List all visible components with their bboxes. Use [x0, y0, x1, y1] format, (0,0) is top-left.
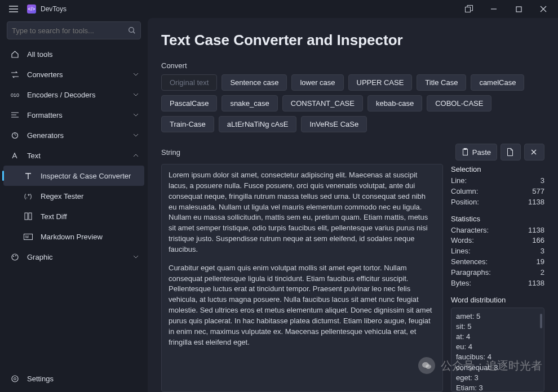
convert-kebab[interactable]: kebab-case: [367, 95, 422, 112]
svg-point-12: [15, 255, 16, 256]
convert-snake[interactable]: snake_case: [222, 95, 277, 112]
paste-button-label: Paste: [472, 148, 491, 157]
sidebar-item-encoders[interactable]: 010 Encoders / Decoders: [0, 84, 148, 105]
sidebar: All tools Converters 010 Encoders / Deco…: [0, 18, 148, 392]
app-logo: </>: [27, 5, 36, 14]
page-title: Text Case Converter and Inspector: [161, 32, 544, 49]
sidebar-item-regex[interactable]: (.*) Regex Tester: [0, 186, 148, 206]
chars-label: Characters:: [451, 225, 489, 236]
scrollbar-thumb[interactable]: [540, 314, 542, 328]
app-title: DevToys: [41, 5, 67, 13]
sidebar-item-diff[interactable]: Text Diff: [0, 206, 148, 226]
open-file-button[interactable]: [501, 144, 521, 161]
sidebar-item-inspector[interactable]: Inspector & Case Converter: [3, 166, 144, 186]
paste-button[interactable]: Paste: [455, 144, 497, 161]
x-icon: [530, 149, 537, 155]
convert-alternating[interactable]: aLtErNaTiNg cAsE: [219, 116, 297, 132]
word-dist-item: Etiam: 3: [456, 383, 539, 392]
sidebar-item-markdown[interactable]: M Markdown Preview: [0, 226, 148, 247]
sidebar-item-generators[interactable]: Generators: [0, 125, 148, 145]
svg-rect-6: [25, 213, 28, 220]
clear-button[interactable]: [524, 144, 544, 161]
text-input-area[interactable]: Lorem ipsum dolor sit amet, consectetur …: [161, 164, 443, 392]
sidebar-item-label: Settings: [27, 375, 54, 383]
converters-icon: [9, 71, 20, 78]
word-distribution-list[interactable]: amet: 5 sit: 5 at: 4 eu: 4 faucibus: 4 c…: [451, 308, 544, 392]
sidebar-item-label: All tools: [27, 50, 53, 59]
convert-pascal[interactable]: PascalCase: [161, 95, 217, 112]
compact-overlay-button[interactable]: [457, 0, 481, 18]
sidebar-item-label: Formatters: [27, 111, 63, 119]
convert-sentence[interactable]: Sentence case: [222, 74, 287, 91]
svg-point-11: [13, 256, 14, 257]
svg-text:(.*): (.*): [24, 193, 32, 199]
close-button[interactable]: [531, 0, 556, 18]
diff-icon: [23, 212, 34, 220]
chevron-down-icon: [133, 73, 139, 76]
sidebar-item-text[interactable]: Text: [0, 145, 148, 166]
column-value: 577: [532, 186, 544, 197]
sidebar-item-label: Regex Tester: [41, 192, 83, 201]
markdown-icon: M: [23, 234, 34, 240]
sentences-value: 19: [537, 257, 544, 268]
svg-point-10: [12, 254, 18, 260]
search-input[interactable]: [12, 26, 125, 35]
content-area: Text Case Converter and Inspector Conver…: [148, 18, 558, 392]
sidebar-item-all-tools[interactable]: All tools: [0, 44, 148, 64]
convert-original[interactable]: Original text: [161, 74, 217, 91]
convert-camel[interactable]: camelCase: [471, 74, 524, 91]
convert-constant[interactable]: CONSTANT_CASE: [282, 95, 363, 112]
home-icon: [9, 50, 20, 59]
sidebar-item-formatters[interactable]: Formatters: [0, 105, 148, 125]
word-dist-title: Word distribution: [451, 296, 544, 304]
position-label: Position:: [451, 197, 479, 208]
position-value: 1138: [528, 197, 544, 208]
convert-upper[interactable]: UPPER CASE: [348, 74, 413, 91]
convert-lower[interactable]: lower case: [291, 74, 343, 91]
svg-rect-15: [463, 149, 467, 155]
sidebar-item-settings[interactable]: Settings: [0, 368, 148, 389]
sidebar-item-graphic[interactable]: Graphic: [0, 247, 148, 267]
sentences-label: Sentences:: [451, 257, 488, 268]
chevron-down-icon: [133, 93, 139, 96]
word-dist-item: amet: 5: [456, 311, 539, 322]
sidebar-item-label: Generators: [27, 131, 64, 140]
convert-train[interactable]: Train-Case: [161, 116, 214, 132]
string-section-label: String: [161, 148, 180, 157]
word-dist-item: eu: 4: [456, 342, 539, 352]
sidebar-item-converters[interactable]: Converters: [0, 64, 148, 84]
generators-icon: [9, 131, 20, 140]
svg-point-14: [14, 377, 16, 380]
lines-label: Lines:: [451, 246, 471, 257]
line-value: 3: [541, 176, 544, 186]
bytes-value: 1138: [528, 278, 544, 289]
word-dist-item: sit: 5: [456, 322, 539, 332]
search-icon: [128, 26, 136, 34]
chevron-down-icon: [133, 133, 139, 137]
svg-rect-1: [516, 7, 521, 12]
paragraphs-label: Paragraphs:: [451, 268, 491, 278]
chars-value: 1138: [528, 225, 544, 236]
svg-rect-7: [29, 213, 32, 220]
lines-value: 3: [541, 246, 544, 257]
sidebar-item-label: Inspector & Case Converter: [41, 172, 131, 180]
words-label: Words:: [451, 235, 474, 246]
paragraphs-value: 2: [541, 268, 544, 278]
gear-icon: [9, 375, 20, 383]
type-icon: [23, 172, 34, 180]
word-dist-item: eget: 3: [456, 373, 539, 383]
svg-point-2: [129, 28, 134, 33]
search-input-wrapper[interactable]: [7, 21, 141, 39]
chevron-up-icon: [133, 154, 139, 157]
selection-title: Selection: [451, 165, 544, 173]
convert-inverse[interactable]: InVeRsE CaSe: [301, 116, 367, 132]
hamburger-menu[interactable]: [5, 0, 23, 18]
convert-title[interactable]: Title Case: [417, 74, 466, 91]
minimize-button[interactable]: [481, 0, 506, 18]
file-icon: [507, 148, 513, 156]
word-dist-item: faucibus: 4: [456, 352, 539, 362]
convert-cobol[interactable]: COBOL-CASE: [427, 95, 491, 112]
sidebar-item-label: Graphic: [27, 253, 53, 261]
maximize-button[interactable]: [506, 0, 531, 18]
text-paragraph: Lorem ipsum dolor sit amet, consectetur …: [169, 170, 436, 255]
